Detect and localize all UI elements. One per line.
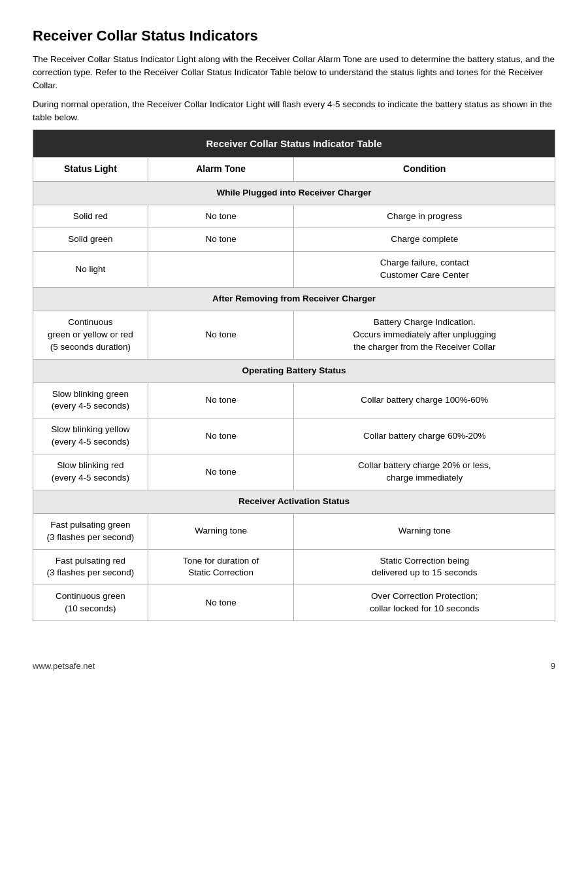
cell-condition: Collar battery charge 20% or less, charg…	[294, 454, 555, 490]
col-header-condition: Condition	[294, 158, 555, 182]
intro-paragraph-1: The Receiver Collar Status Indicator Lig…	[33, 53, 555, 93]
table-row: Continuous green or yellow or red (5 sec…	[33, 311, 555, 359]
cell-condition: Charge complete	[294, 228, 555, 252]
cell-status: Continuous green (10 seconds)	[33, 585, 148, 621]
cell-condition: Collar battery charge 60%-20%	[294, 418, 555, 454]
footer: www.petsafe.net 9	[33, 660, 555, 672]
cell-status: Slow blinking red (every 4-5 seconds)	[33, 454, 148, 490]
table-row: Solid redNo toneCharge in progress	[33, 205, 555, 228]
cell-alarm: Warning tone	[148, 513, 294, 549]
cell-condition: Charge failure, contact Customer Care Ce…	[294, 252, 555, 288]
cell-status: Slow blinking yellow (every 4-5 seconds)	[33, 418, 148, 454]
table-row: Slow blinking red (every 4-5 seconds)No …	[33, 454, 555, 490]
table-row: Fast pulsating red (3 flashes per second…	[33, 549, 555, 585]
cell-alarm: Tone for duration of Static Correction	[148, 549, 294, 585]
cell-alarm: No tone	[148, 585, 294, 621]
status-indicator-table: Receiver Collar Status Indicator Table S…	[33, 129, 555, 621]
section-header: Operating Battery Status	[33, 359, 555, 382]
footer-url: www.petsafe.net	[33, 660, 95, 672]
col-header-alarm: Alarm Tone	[148, 158, 294, 182]
cell-alarm: No tone	[148, 418, 294, 454]
table-row: Solid greenNo toneCharge complete	[33, 228, 555, 252]
section-header: After Removing from Receiver Charger	[33, 288, 555, 311]
intro-paragraph-2: During normal operation, the Receiver Co…	[33, 98, 555, 125]
footer-page: 9	[551, 660, 555, 672]
cell-alarm: No tone	[148, 454, 294, 490]
cell-condition: Battery Charge Indication. Occurs immedi…	[294, 311, 555, 359]
cell-alarm	[148, 252, 294, 288]
section-header: While Plugged into Receiver Charger	[33, 181, 555, 205]
cell-condition: Collar battery charge 100%-60%	[294, 382, 555, 418]
cell-status: Fast pulsating red (3 flashes per second…	[33, 549, 148, 585]
cell-condition: Static Correction being delivered up to …	[294, 549, 555, 585]
table-row: Slow blinking yellow (every 4-5 seconds)…	[33, 418, 555, 454]
cell-alarm: No tone	[148, 228, 294, 252]
cell-condition: Charge in progress	[294, 205, 555, 228]
table-main-header: Receiver Collar Status Indicator Table	[33, 130, 555, 158]
cell-status: Solid green	[33, 228, 148, 252]
cell-condition: Warning tone	[294, 513, 555, 549]
cell-alarm: No tone	[148, 311, 294, 359]
cell-alarm: No tone	[148, 205, 294, 228]
cell-status: Fast pulsating green (3 flashes per seco…	[33, 513, 148, 549]
cell-status: Continuous green or yellow or red (5 sec…	[33, 311, 148, 359]
cell-condition: Over Correction Protection; collar locke…	[294, 585, 555, 621]
page-title: Receiver Collar Status Indicators	[33, 26, 555, 46]
table-row: No lightCharge failure, contact Customer…	[33, 252, 555, 288]
cell-status: No light	[33, 252, 148, 288]
table-row: Fast pulsating green (3 flashes per seco…	[33, 513, 555, 549]
section-header: Receiver Activation Status	[33, 490, 555, 513]
col-header-status: Status Light	[33, 158, 148, 182]
cell-alarm: No tone	[148, 382, 294, 418]
table-row: Slow blinking green (every 4-5 seconds)N…	[33, 382, 555, 418]
table-row: Continuous green (10 seconds)No toneOver…	[33, 585, 555, 621]
cell-status: Slow blinking green (every 4-5 seconds)	[33, 382, 148, 418]
cell-status: Solid red	[33, 205, 148, 228]
